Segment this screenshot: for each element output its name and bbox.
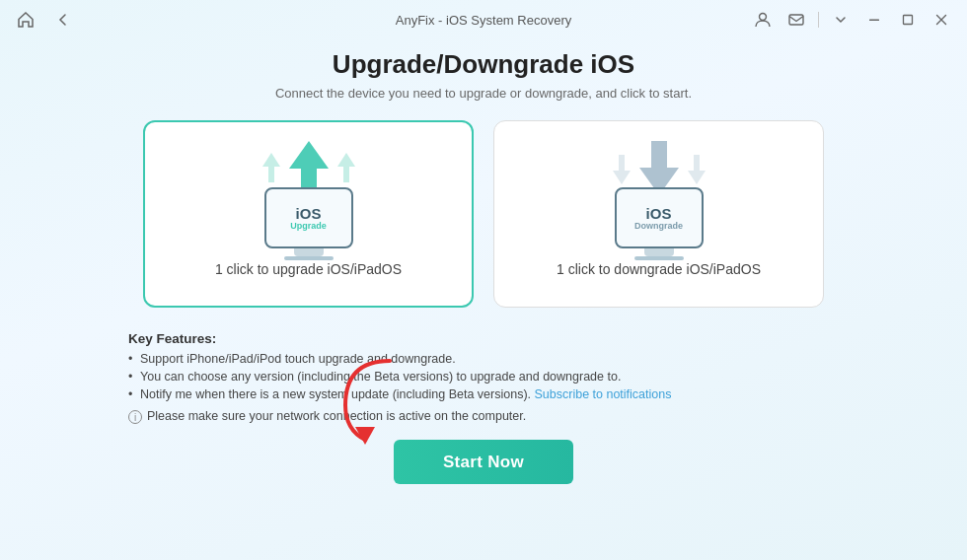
left-down-arrow-icon — [613, 155, 631, 184]
info-icon: i — [128, 410, 142, 424]
svg-marker-6 — [337, 153, 355, 182]
minimize-button[interactable] — [860, 6, 888, 34]
page-title: Upgrade/Downgrade iOS — [333, 49, 634, 80]
subscribe-link[interactable]: Subscribe to notifications — [535, 387, 672, 401]
upgrade-badge: Upgrade — [290, 221, 327, 231]
page-subtitle: Connect the device you need to upgrade o… — [275, 86, 692, 101]
home-icon[interactable] — [12, 6, 39, 34]
feature-item-2: You can choose any version (including th… — [128, 370, 839, 384]
svg-rect-3 — [904, 16, 913, 25]
svg-marker-9 — [688, 155, 706, 184]
titlebar-right — [749, 6, 955, 34]
ios-label: iOS — [296, 206, 322, 221]
main-content: Upgrade/Downgrade iOS Connect the device… — [0, 39, 967, 504]
titlebar-divider — [818, 12, 819, 28]
downgrade-card-label: 1 click to downgrade iOS/iPadOS — [557, 261, 761, 277]
feature-note: i Please make sure your network connecti… — [128, 409, 839, 424]
feature-item-1: Support iPhone/iPad/iPod touch upgrade a… — [128, 352, 839, 366]
downgrade-badge: Downgrade — [634, 221, 683, 231]
right-down-arrow-icon — [688, 155, 706, 184]
feature-item-3: Notify me when there is a new system upd… — [128, 387, 839, 401]
features-section: Key Features: Support iPhone/iPad/iPod t… — [128, 331, 839, 424]
downgrade-device: iOS Downgrade — [615, 187, 704, 248]
maximize-button[interactable] — [894, 6, 922, 34]
upgrade-card-label: 1 click to upgrade iOS/iPadOS — [215, 261, 402, 277]
svg-point-0 — [760, 14, 767, 21]
left-arrow-icon — [262, 153, 280, 182]
right-arrow-icon — [337, 153, 355, 182]
upgrade-card[interactable]: iOS Upgrade 1 click to upgrade iOS/iPadO… — [143, 120, 474, 308]
start-now-button[interactable]: Start Now — [394, 440, 573, 484]
svg-rect-2 — [869, 20, 879, 22]
mail-icon[interactable] — [782, 6, 810, 34]
titlebar-title: AnyFix - iOS System Recovery — [396, 13, 571, 28]
titlebar: AnyFix - iOS System Recovery — [0, 0, 967, 39]
chevron-down-icon[interactable] — [827, 6, 855, 34]
btn-area: Start Now — [59, 440, 908, 484]
feature-list: Support iPhone/iPad/iPod touch upgrade a… — [128, 352, 839, 401]
upgrade-illustration: iOS Upgrade — [255, 151, 363, 249]
back-icon[interactable] — [49, 6, 77, 34]
upgrade-device: iOS Upgrade — [264, 187, 353, 248]
downgrade-card[interactable]: iOS Downgrade 1 click to downgrade iOS/i… — [493, 120, 824, 308]
svg-marker-8 — [613, 155, 631, 184]
downgrade-illustration: iOS Downgrade — [605, 151, 713, 249]
user-icon[interactable] — [749, 6, 777, 34]
close-button[interactable] — [928, 6, 955, 34]
titlebar-left — [12, 6, 77, 34]
red-arrow-icon — [335, 356, 395, 445]
svg-rect-1 — [789, 15, 803, 25]
svg-marker-5 — [262, 153, 280, 182]
ios-label-2: iOS — [646, 206, 672, 221]
features-title: Key Features: — [128, 331, 839, 346]
cards-row: iOS Upgrade 1 click to upgrade iOS/iPadO… — [59, 120, 908, 308]
